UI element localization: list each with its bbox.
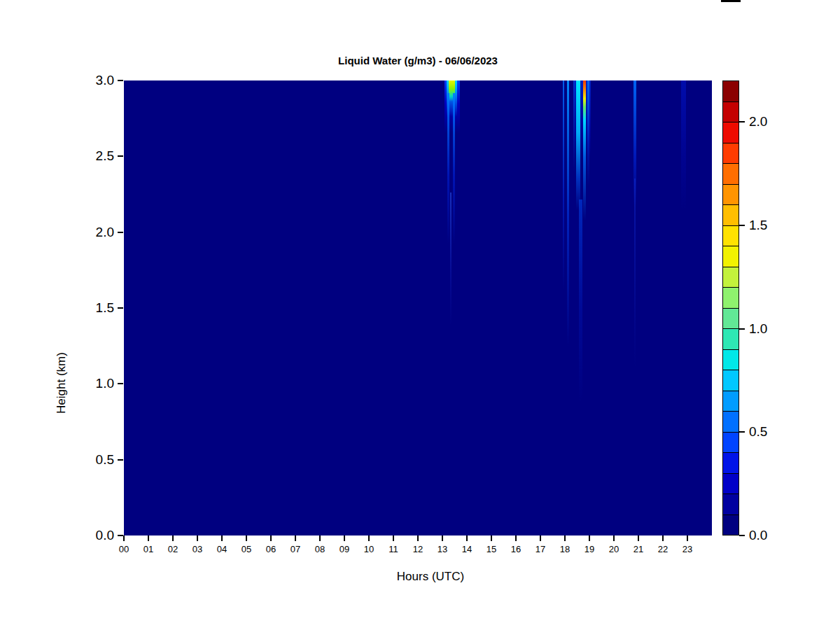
colorbar-tick-label: 0.5 <box>749 424 791 440</box>
x-tick <box>589 536 590 541</box>
x-tick <box>687 536 688 541</box>
plume-layer <box>681 80 686 210</box>
x-tick <box>344 536 345 541</box>
y-tick-label: 0.0 <box>78 528 114 543</box>
x-tick <box>368 536 370 541</box>
colorbar-segment <box>723 122 738 144</box>
x-tick-label: 12 <box>407 544 428 555</box>
x-tick <box>466 536 468 541</box>
x-tick-label: 22 <box>652 544 673 555</box>
colorbar-segment <box>723 185 738 206</box>
x-tick <box>148 536 149 541</box>
x-tick <box>564 536 566 541</box>
plume-layer <box>583 80 586 220</box>
x-tick-label: 23 <box>677 544 698 555</box>
y-tick-label: 2.0 <box>78 225 114 240</box>
plume-layer <box>634 178 636 368</box>
plume-layer <box>579 200 582 402</box>
y-tick <box>118 459 123 461</box>
colorbar-segment <box>723 164 738 185</box>
plume-layer <box>450 192 451 326</box>
x-tick-label: 02 <box>162 544 183 555</box>
colorbar-segment <box>723 494 738 515</box>
heatmap-plot-area <box>124 80 712 536</box>
y-tick <box>118 535 123 536</box>
colorbar-tick <box>739 225 745 226</box>
colorbar-segment <box>723 329 738 350</box>
x-tick <box>613 536 615 541</box>
x-tick-label: 06 <box>260 544 281 555</box>
colorbar-segment <box>723 205 738 226</box>
x-tick <box>515 536 517 541</box>
x-tick-label: 11 <box>383 544 404 555</box>
x-tick-label: 07 <box>285 544 306 555</box>
x-tick-label: 01 <box>138 544 159 555</box>
x-tick <box>638 536 639 541</box>
x-tick-label: 21 <box>628 544 649 555</box>
y-tick-label: 0.5 <box>78 452 114 468</box>
y-tick-label: 1.0 <box>78 376 114 391</box>
x-tick-label: 19 <box>579 544 600 555</box>
x-tick <box>270 536 272 541</box>
colorbar-tick-label: 0.0 <box>749 528 791 543</box>
colorbar-segment <box>723 102 738 123</box>
plume-layer <box>587 80 589 186</box>
y-tick-label: 2.5 <box>78 148 114 164</box>
colorbar-segment <box>723 433 738 454</box>
colorbar-tick-label: 1.5 <box>749 218 791 233</box>
x-tick-label: 05 <box>236 544 257 555</box>
y-tick-label: 1.5 <box>78 300 114 316</box>
colorbar-segment <box>723 246 738 267</box>
plume-layer <box>453 93 455 244</box>
plume-layer <box>576 80 580 210</box>
x-tick-label: 17 <box>530 544 551 555</box>
colorbar-segment <box>723 226 738 247</box>
plume-layer <box>567 80 569 346</box>
colorbar-tick <box>739 328 745 330</box>
x-tick <box>246 536 247 541</box>
y-tick <box>118 80 123 81</box>
colorbar-segment <box>723 412 738 433</box>
colorbar-segment <box>723 391 738 412</box>
y-tick <box>118 383 123 384</box>
x-tick-label: 04 <box>211 544 232 555</box>
x-tick <box>442 536 443 541</box>
x-tick-label: 20 <box>603 544 624 555</box>
x-tick <box>491 536 492 541</box>
x-tick <box>540 536 541 541</box>
y-axis-title: Height (km) <box>55 352 69 414</box>
x-tick <box>172 536 174 541</box>
colorbar-segment <box>723 288 738 309</box>
x-tick <box>319 536 321 541</box>
x-tick-label: 15 <box>481 544 502 555</box>
x-tick-label: 13 <box>432 544 453 555</box>
colorbar-segment <box>723 370 738 391</box>
x-tick <box>295 536 296 541</box>
x-tick <box>123 536 125 541</box>
x-tick-label: 16 <box>505 544 526 555</box>
clipped-colorbar-edge-mark <box>721 0 741 2</box>
x-tick <box>197 536 198 541</box>
x-tick <box>393 536 394 541</box>
colorbar-tick-label: 2.0 <box>749 114 791 130</box>
colorbar-tick <box>739 535 745 536</box>
colorbar-segment <box>723 309 738 330</box>
colorbar-segment <box>723 81 738 102</box>
x-tick-label: 00 <box>113 544 134 555</box>
colorbar-segment <box>723 453 738 474</box>
x-tick <box>662 536 664 541</box>
x-tick-label: 14 <box>456 544 477 555</box>
x-tick-label: 09 <box>334 544 355 555</box>
colorbar-segment <box>723 515 738 536</box>
x-tick <box>221 536 223 541</box>
x-tick-label: 03 <box>187 544 208 555</box>
x-tick-label: 08 <box>309 544 330 555</box>
colorbar-segment <box>723 474 738 495</box>
x-tick-label: 10 <box>358 544 379 555</box>
plume-layer <box>573 80 575 172</box>
y-tick-label: 3.0 <box>78 73 114 88</box>
plume-layer <box>447 93 449 244</box>
colorbar-tick-label: 1.0 <box>749 321 791 337</box>
x-tick-label: 18 <box>554 544 575 555</box>
y-tick <box>118 232 123 233</box>
